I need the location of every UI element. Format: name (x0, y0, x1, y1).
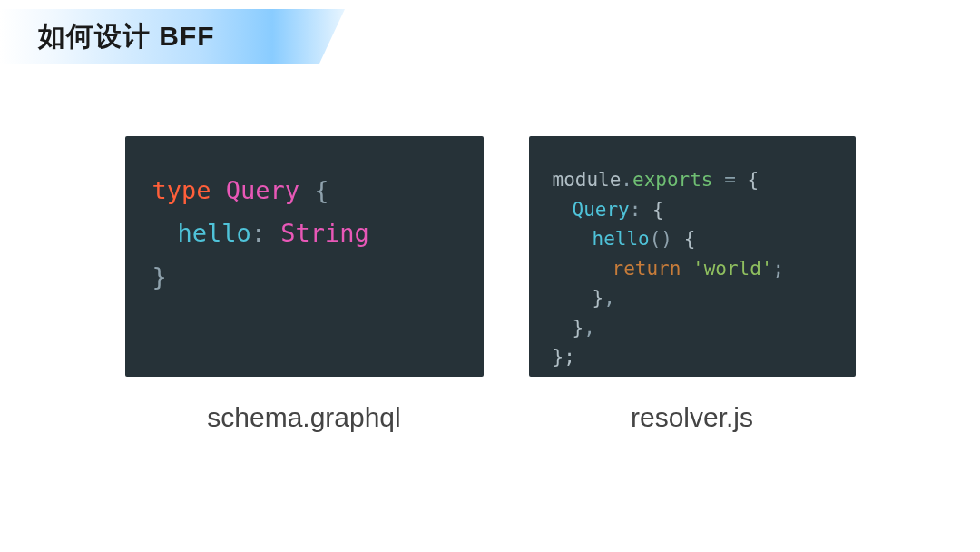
tok-brace2: { (641, 199, 663, 221)
tok-hello: hello (593, 228, 650, 250)
schema-code: type Query { hello: String } (152, 169, 456, 298)
resolver-column: module.exports = { Query: { hello() { re… (529, 136, 856, 433)
resolver-code-block: module.exports = { Query: { hello() { re… (529, 136, 856, 377)
tok-brace-close2: } (573, 317, 584, 339)
tok-colon: : (630, 199, 642, 221)
schema-filename: schema.graphql (207, 402, 400, 433)
header-band: 如何设计 BFF (0, 9, 363, 64)
resolver-filename: resolver.js (631, 402, 753, 433)
tok-exports: exports (632, 169, 713, 191)
type-string: String (280, 219, 369, 247)
tok-parens: () (650, 228, 672, 250)
resolver-code: module.exports = { Query: { hello() { re… (553, 165, 832, 372)
schema-code-block: type Query { hello: String } (125, 136, 484, 377)
tok-dot: . (621, 169, 632, 191)
tok-return: return (612, 258, 681, 280)
schema-column: type Query { hello: String } schema.grap… (125, 136, 484, 433)
content-row: type Query { hello: String } schema.grap… (0, 136, 980, 433)
tok-query: Query (573, 199, 630, 221)
field-hello: hello (178, 219, 251, 247)
page-title: 如何设计 BFF (38, 18, 215, 55)
tok-brace3: { (672, 228, 695, 250)
type-query: Query (226, 176, 299, 204)
tok-eq: = (713, 169, 748, 191)
brace-close: } (152, 262, 167, 291)
tok-string: 'world' (692, 258, 773, 280)
tok-comma1: , (603, 287, 615, 309)
tok-brace-close1: } (593, 287, 604, 309)
tok-comma2: , (583, 317, 595, 339)
tok-brace-close-final: }; (553, 346, 575, 368)
tok-brace1: { (747, 169, 759, 191)
colon: : (251, 219, 266, 247)
keyword-type: type (152, 176, 211, 204)
tok-semi: ; (773, 258, 785, 280)
tok-module: module (553, 169, 622, 191)
brace-open: { (314, 176, 328, 204)
